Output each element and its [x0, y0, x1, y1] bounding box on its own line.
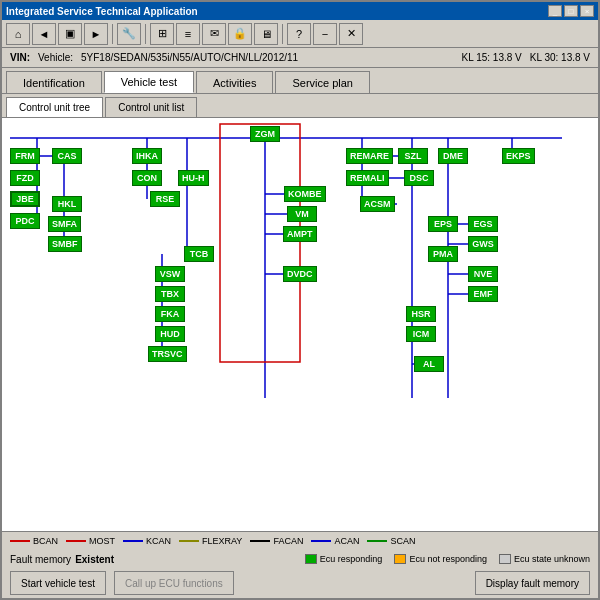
acan-line: [311, 540, 331, 542]
ecu-not-responding-indicator: [394, 554, 406, 564]
ecu-smbf[interactable]: SMBF: [48, 236, 82, 252]
svg-rect-62: [220, 124, 300, 362]
ecu-remare[interactable]: REMARE: [346, 148, 393, 164]
facan-legend: FACAN: [250, 536, 303, 546]
tab-service-plan[interactable]: Service plan: [275, 71, 370, 93]
tab-identification[interactable]: Identification: [6, 71, 102, 93]
most-label: MOST: [89, 536, 115, 546]
start-vehicle-test-button[interactable]: Start vehicle test: [10, 571, 106, 595]
facan-line: [250, 540, 270, 542]
ecu-cas[interactable]: CAS: [52, 148, 82, 164]
display-fault-memory-button[interactable]: Display fault memory: [475, 571, 590, 595]
ecu-smfa[interactable]: SMFA: [48, 216, 81, 232]
ecu-egs[interactable]: EGS: [468, 216, 498, 232]
ecu-emf[interactable]: EMF: [468, 286, 498, 302]
lock-icon[interactable]: 🔒: [228, 23, 252, 45]
toolbar-divider-1: [112, 24, 113, 44]
scan-line: [367, 540, 387, 542]
ecu-trsvc[interactable]: TRSVC: [148, 346, 187, 362]
fault-memory-label: Fault memory: [10, 554, 71, 565]
vin-label: VIN:: [10, 52, 30, 63]
ecu-nve[interactable]: NVE: [468, 266, 498, 282]
ecu-hsr[interactable]: HSR: [406, 306, 436, 322]
ecu-remali[interactable]: REMALI: [346, 170, 389, 186]
app-title: Integrated Service Technical Application: [6, 6, 198, 17]
bottom-area: BCAN MOST KCAN FLEXRAY FACAN ACAN: [2, 531, 598, 598]
bus-legend-row: BCAN MOST KCAN FLEXRAY FACAN ACAN: [2, 532, 598, 550]
forward-icon[interactable]: ►: [84, 23, 108, 45]
kcan-legend: KCAN: [123, 536, 171, 546]
minimize-toolbar-button[interactable]: −: [313, 23, 337, 45]
mail-icon[interactable]: ✉: [202, 23, 226, 45]
ecu-ihka[interactable]: IHKA: [132, 148, 162, 164]
tab-activities[interactable]: Activities: [196, 71, 273, 93]
vin-value: 5YF18/SEDAN/535i/N55/AUTO/CHN/LL/2012/11: [81, 52, 298, 63]
ecu-vsw[interactable]: VSW: [155, 266, 185, 282]
button-row: Start vehicle test Call up ECU functions…: [2, 568, 598, 598]
vin-bar: VIN: Vehicle: 5YF18/SEDAN/535i/N55/AUTO/…: [2, 48, 598, 68]
ecu-con[interactable]: CON: [132, 170, 162, 186]
ecu-zgm[interactable]: ZGM: [250, 126, 280, 142]
ecu-state-unknown-legend: Ecu state unknown: [499, 554, 590, 564]
sub-tab-control-unit-list[interactable]: Control unit list: [105, 97, 197, 117]
ecu-rse[interactable]: RSE: [150, 191, 180, 207]
nav-tabs: Identification Vehicle test Activities S…: [2, 68, 598, 94]
ecu-dsc[interactable]: DSC: [404, 170, 434, 186]
ecu-frm[interactable]: FRM: [10, 148, 40, 164]
kl15-value: KL 15: 13.8 V: [462, 52, 522, 63]
toolbar-divider-3: [282, 24, 283, 44]
tab-vehicle-test[interactable]: Vehicle test: [104, 71, 194, 93]
ecu-not-responding-legend: Ecu not responding: [394, 554, 487, 564]
main-window: Integrated Service Technical Application…: [0, 0, 600, 600]
ecu-pdc[interactable]: PDC: [10, 213, 40, 229]
ecu-responding-indicator: [305, 554, 317, 564]
wrench-icon[interactable]: 🔧: [117, 23, 141, 45]
ecu-fka[interactable]: FKA: [155, 306, 185, 322]
close-button[interactable]: ×: [580, 5, 594, 17]
list-icon[interactable]: ≡: [176, 23, 200, 45]
ecu-szl[interactable]: SZL: [398, 148, 428, 164]
ecu-vm[interactable]: VM: [287, 206, 317, 222]
close-toolbar-button[interactable]: ✕: [339, 23, 363, 45]
acan-label: ACAN: [334, 536, 359, 546]
fault-row: Fault memory Existent Ecu responding Ecu…: [2, 550, 598, 568]
ecu-hu-h[interactable]: HU-H: [178, 170, 209, 186]
ecu-kombe[interactable]: KOMBE: [284, 186, 326, 202]
ecu-icm[interactable]: ICM: [406, 326, 436, 342]
home-icon[interactable]: ⌂: [6, 23, 30, 45]
ecu-jbe[interactable]: JBE: [10, 191, 40, 207]
ecu-responding-legend: Ecu responding: [305, 554, 383, 564]
ecu-eps[interactable]: EPS: [428, 216, 458, 232]
bus-lines-svg: [2, 118, 598, 531]
ecu-responding-label: Ecu responding: [320, 554, 383, 564]
sub-tab-control-unit-tree[interactable]: Control unit tree: [6, 97, 103, 117]
ecu-pma[interactable]: PMA: [428, 246, 458, 262]
fault-memory-value: Existent: [75, 554, 114, 565]
ecu-not-responding-label: Ecu not responding: [409, 554, 487, 564]
ecu-acsm[interactable]: ACSM: [360, 196, 395, 212]
page-icon[interactable]: ▣: [58, 23, 82, 45]
sub-tabs: Control unit tree Control unit list: [2, 94, 598, 118]
bcan-line: [10, 540, 30, 542]
ecu-dvdc[interactable]: DVDC: [283, 266, 317, 282]
ecu-hud[interactable]: HUD: [155, 326, 185, 342]
toolbar-divider-2: [145, 24, 146, 44]
ecu-tbx[interactable]: TBX: [155, 286, 185, 302]
minimize-button[interactable]: _: [548, 5, 562, 17]
vehicle-label: Vehicle:: [38, 52, 73, 63]
ecu-ekps[interactable]: EKPS: [502, 148, 535, 164]
call-up-ecu-functions-button[interactable]: Call up ECU functions: [114, 571, 234, 595]
back-icon[interactable]: ◄: [32, 23, 56, 45]
maximize-button[interactable]: □: [564, 5, 578, 17]
question-icon[interactable]: ?: [287, 23, 311, 45]
ecu-dme[interactable]: DME: [438, 148, 468, 164]
ecu-al[interactable]: AL: [414, 356, 444, 372]
ecu-tcb[interactable]: TCB: [184, 246, 214, 262]
ecu-fzd[interactable]: FZD: [10, 170, 40, 186]
grid-icon[interactable]: ⊞: [150, 23, 174, 45]
kcan-line: [123, 540, 143, 542]
monitor-icon[interactable]: 🖥: [254, 23, 278, 45]
ecu-hkl[interactable]: HKL: [52, 196, 82, 212]
ecu-ampt[interactable]: AMPT: [283, 226, 317, 242]
ecu-gws[interactable]: GWS: [468, 236, 498, 252]
